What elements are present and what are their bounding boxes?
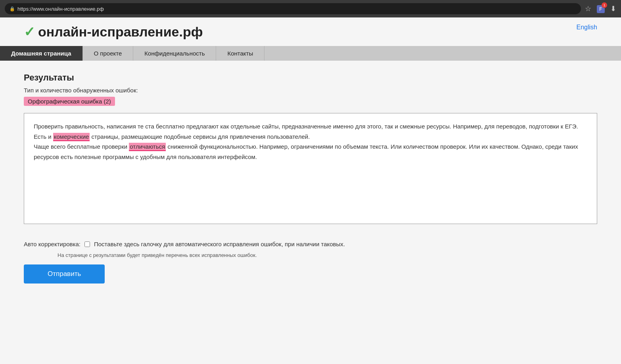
site-name: онлайн-исправление.рф [38, 24, 203, 40]
text-between-errors: страницы, размещающие подобные сервисы д… [90, 133, 310, 140]
nav-bar: Домашняя страница О проекте Конфиденциал… [0, 46, 621, 61]
auto-correct-description: Поставьте здесь галочку для автоматическ… [94, 240, 345, 249]
error-type-label: Тип и количество обнаруженных ошибок: [24, 87, 597, 94]
nav-item-home[interactable]: Домашняя страница [0, 46, 83, 61]
star-icon[interactable]: ☆ [585, 4, 591, 13]
nav-item-contacts[interactable]: Контакты [216, 46, 264, 61]
auto-correct-label: Авто корректировка: [24, 241, 80, 247]
extension-badge: 1 [602, 2, 607, 8]
browser-chrome: 🔒 https://www.онлайн-исправление.рф ☆ F … [0, 0, 621, 17]
nav-item-privacy[interactable]: Конфиденциальность [133, 46, 216, 61]
auto-correct-section: Авто корректировка: Поставьте здесь гало… [0, 240, 621, 258]
site-header: ✓ онлайн-исправление.рф English [0, 17, 621, 40]
text-editor[interactable]: Проверить правильность, написания те ста… [24, 113, 597, 224]
nav-item-about[interactable]: О проекте [83, 46, 134, 61]
submit-button[interactable]: Отправить [24, 264, 105, 284]
url-text: https://www.онлайн-исправление.рф [17, 6, 104, 12]
browser-icons: ☆ F 1 ⬇ [585, 4, 616, 13]
download-icon[interactable]: ⬇ [610, 4, 616, 13]
main-content: Результаты Тип и количество обнаруженных… [0, 61, 621, 240]
auto-correct-checkbox[interactable] [84, 241, 90, 247]
auto-correct-note: На странице с результатами будет приведё… [58, 252, 597, 258]
auto-correct-row: Авто корректировка: Поставьте здесь гало… [24, 240, 597, 249]
text-error2: отличаються [129, 143, 166, 151]
english-link[interactable]: English [577, 24, 597, 31]
text-error1: комерческие [53, 133, 90, 141]
address-bar[interactable]: 🔒 https://www.онлайн-исправление.рф [5, 3, 581, 14]
checkmark-icon: ✓ [24, 24, 35, 40]
results-title: Результаты [24, 73, 597, 83]
submit-section: Отправить [0, 258, 621, 284]
text-para2-before-error2: Чаще всего бесплатные проверки [34, 143, 129, 150]
extension-icon-wrapper[interactable]: F 1 [597, 4, 605, 13]
error-badge: Орфографическая ошибка (2) [24, 97, 115, 106]
lock-icon: 🔒 [10, 6, 15, 11]
page-wrapper: ✓ онлайн-исправление.рф English Домашняя… [0, 17, 621, 364]
site-title: ✓ онлайн-исправление.рф [24, 24, 597, 40]
